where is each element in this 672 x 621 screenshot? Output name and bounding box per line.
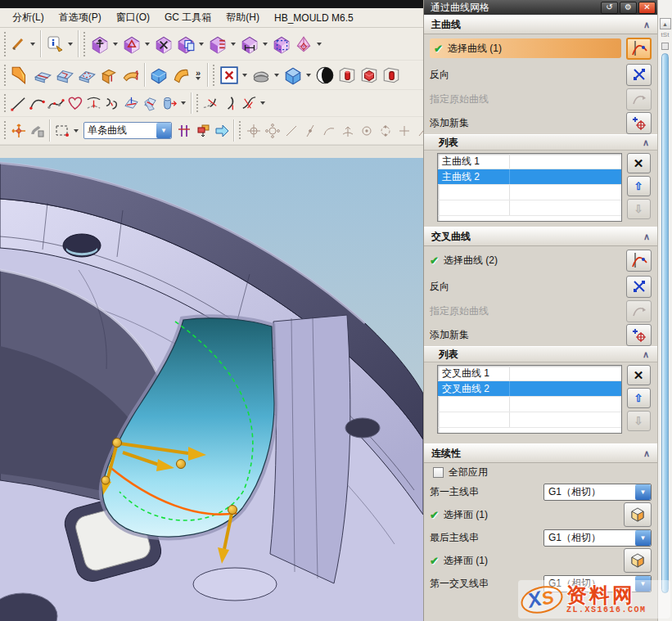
spline-icon[interactable]: [47, 94, 65, 113]
reverse-direction-button[interactable]: [626, 64, 652, 86]
line-icon[interactable]: [9, 94, 28, 113]
dropdown-caret[interactable]: [317, 43, 322, 46]
line-snap-icon[interactable]: [282, 121, 300, 140]
combine-curve-icon[interactable]: [103, 94, 122, 113]
center-snap-icon[interactable]: [357, 121, 376, 140]
collapse-icon[interactable]: ∧: [643, 137, 649, 148]
dropdown-caret[interactable]: [274, 74, 279, 77]
remove-item-button[interactable]: ✕: [627, 365, 651, 385]
toolbar-grip[interactable]: [238, 120, 242, 141]
dropdown-caret[interactable]: [145, 43, 150, 46]
group-main-curves[interactable]: 主曲线 ∧: [424, 15, 657, 34]
artistic-curve-icon[interactable]: [65, 94, 84, 113]
close-icon[interactable]: ✕: [638, 2, 656, 14]
group-cross-curves[interactable]: 交叉曲线 ∧: [424, 227, 657, 246]
dropdown-caret[interactable]: [113, 43, 118, 46]
menu-analysis[interactable]: 分析(L): [5, 9, 52, 26]
slash-snap-icon[interactable]: [300, 121, 319, 140]
snap-move-icon[interactable]: [9, 121, 28, 140]
block-slab-icon[interactable]: [31, 64, 53, 86]
dropdown-caret[interactable]: [199, 43, 204, 46]
red-cube-box-icon[interactable]: [358, 64, 380, 86]
project-curve-icon[interactable]: [84, 94, 103, 113]
group-continuity[interactable]: 连续性 ∧: [424, 443, 657, 463]
rotate-snap-icon[interactable]: [263, 121, 282, 140]
tube-icon[interactable]: [28, 121, 47, 140]
list-item-empty[interactable]: [438, 397, 621, 412]
arc-icon[interactable]: [28, 94, 47, 113]
dock-scroll-up-button[interactable]: ▲: [660, 18, 671, 29]
dock-slider-bar[interactable]: [661, 53, 669, 593]
selection-filter-combo[interactable]: 单条曲线 ▼: [83, 122, 172, 139]
dropdown-caret[interactable]: [74, 129, 79, 133]
clamp-icon[interactable]: [250, 64, 272, 86]
dropdown-caret[interactable]: [231, 43, 236, 46]
menu-preferences[interactable]: 首选项(P): [52, 9, 109, 26]
bridge-curve-icon[interactable]: [201, 94, 220, 113]
origin-curve-button[interactable]: [626, 300, 652, 322]
main-select-curve-active[interactable]: ✔ 选择曲线 (1): [430, 38, 621, 58]
plus-snap-icon[interactable]: [395, 121, 413, 140]
remove-item-button[interactable]: ✕: [627, 153, 651, 173]
fit-view-box-icon[interactable]: [218, 64, 240, 86]
origin-curve-button[interactable]: [626, 88, 652, 110]
list-item-empty[interactable]: [438, 185, 621, 200]
dropdown-caret[interactable]: [260, 101, 265, 105]
bounded-plane-icon[interactable]: [147, 64, 169, 86]
list-item-selected[interactable]: 交叉曲线 2: [438, 381, 621, 397]
list-item-selected[interactable]: 主曲线 2: [438, 169, 621, 185]
delete-face-cube-icon[interactable]: [152, 33, 174, 55]
trim-curve-icon[interactable]: [239, 94, 258, 113]
list-item[interactable]: 主曲线 1: [438, 154, 621, 169]
toolbar-grip[interactable]: [3, 93, 7, 113]
swoop-icon[interactable]: [169, 64, 192, 86]
extrude-icon[interactable]: [9, 64, 31, 86]
toolbar-grip[interactable]: [3, 31, 7, 56]
curve-select-button[interactable]: [626, 38, 652, 60]
cross-list-header[interactable]: 列表 ∧: [424, 346, 657, 362]
list-box[interactable]: 主曲线 1 主曲线 2: [437, 153, 622, 222]
flange-slab-icon[interactable]: [120, 64, 142, 86]
dropdown-caret[interactable]: [242, 74, 247, 77]
move-up-button[interactable]: ⇧: [627, 176, 651, 196]
toolbar-grip[interactable]: [3, 120, 7, 141]
move-down-button[interactable]: ⇩: [627, 199, 651, 219]
pocket-slab-icon[interactable]: [75, 64, 97, 86]
last-primary-dropdown[interactable]: G1（相切） ▼: [543, 529, 652, 547]
dropdown-caret[interactable]: [263, 43, 268, 46]
hook-snap-icon[interactable]: [319, 121, 338, 140]
dropdown-caret[interactable]: [181, 101, 186, 105]
dropdown-caret[interactable]: [30, 43, 35, 46]
view-cube-icon[interactable]: [282, 64, 304, 86]
copy-face-cube-icon[interactable]: [174, 33, 196, 55]
dropdown-caret[interactable]: [306, 74, 311, 77]
menu-window[interactable]: 窗口(O): [109, 9, 157, 26]
add-new-set-button[interactable]: [626, 112, 652, 134]
curve-select-button[interactable]: [626, 250, 652, 272]
quadrant-snap-icon[interactable]: [376, 121, 395, 140]
menu-help[interactable]: 帮助(H): [219, 9, 267, 26]
prism-icon[interactable]: [292, 33, 314, 55]
list-item-empty[interactable]: [438, 412, 621, 428]
main-list-header[interactable]: 列表 ∧: [424, 134, 657, 151]
collapse-icon[interactable]: ∧: [643, 349, 649, 360]
dialog-titlebar[interactable]: 通过曲线网格 ↺ ⚙ ✕: [424, 0, 657, 15]
collapse-icon[interactable]: ∧: [643, 20, 650, 30]
toolbar-grip[interactable]: [196, 93, 200, 113]
apply-all-checkbox[interactable]: [433, 467, 444, 478]
toolbar-grip[interactable]: [83, 31, 87, 56]
reset-icon[interactable]: ↺: [601, 2, 618, 14]
face-list-cube-icon[interactable]: [206, 33, 228, 55]
toolbar-overflow[interactable]: »: [193, 70, 203, 80]
render-style-ball-icon[interactable]: [313, 64, 336, 86]
pan-snap-icon[interactable]: [244, 121, 263, 140]
move-up-button[interactable]: ⇧: [627, 388, 651, 408]
pad-slab-icon[interactable]: [97, 64, 120, 86]
show-cylinder-box-icon[interactable]: [336, 64, 358, 86]
toolbar-grip[interactable]: [212, 64, 216, 86]
add-new-set-button[interactable]: [626, 324, 652, 346]
menu-hb-mould[interactable]: HB_MOULD M6.5: [267, 11, 361, 25]
collapse-icon[interactable]: ∧: [643, 448, 650, 459]
collapse-icon[interactable]: ∧: [643, 232, 650, 242]
reverse-direction-button[interactable]: [626, 276, 652, 298]
